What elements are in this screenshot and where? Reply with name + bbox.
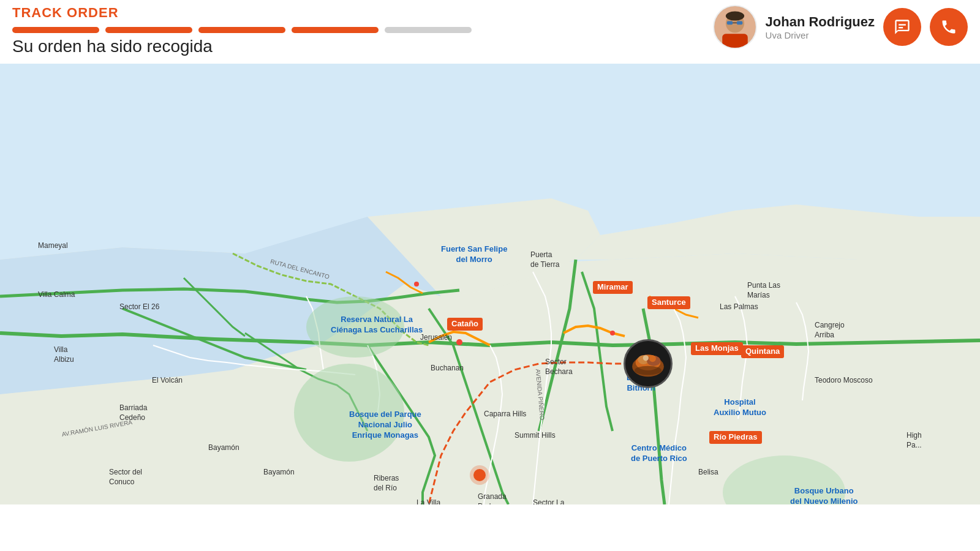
- map-label: Sector La Palmita: [533, 498, 564, 504]
- map-label: Sector El 26: [119, 302, 159, 312]
- svg-rect-8: [899, 27, 903, 28]
- svg-point-15: [414, 282, 419, 287]
- progress-step-3: [198, 27, 285, 33]
- map-label: Reserva Natural La Ciénaga Las Cucharill…: [331, 315, 423, 335]
- progress-step-1: [12, 27, 99, 33]
- map-label: Sector Bechara: [545, 358, 573, 377]
- header: Johan Rodriguez Uva Driver TRACK ORDER S…: [0, 0, 980, 56]
- driver-avatar: [713, 5, 757, 49]
- svg-point-27: [635, 366, 662, 375]
- svg-rect-1: [722, 34, 748, 48]
- svg-point-16: [610, 331, 615, 335]
- progress-step-2: [105, 27, 192, 33]
- map-label: Summit Hills: [514, 431, 556, 441]
- map-label: Cangrejo Arriba: [815, 321, 845, 340]
- map-label: Villa Albizu: [54, 345, 74, 364]
- map-label: Santurce: [647, 296, 690, 309]
- driver-info: Johan Rodriguez Uva Driver: [766, 14, 875, 40]
- map-label: Caparra Hills: [484, 410, 526, 419]
- map-background: MameyalVilla CalmaSector El 26Villa Albi…: [0, 64, 980, 504]
- svg-rect-5: [736, 21, 742, 25]
- progress-step-5: [385, 27, 472, 33]
- destination-marker: [473, 469, 486, 481]
- map-label: Río Piedras: [709, 431, 762, 444]
- map-label: La Villa Garden: [417, 498, 441, 504]
- svg-rect-4: [726, 21, 732, 25]
- map-label: Puerta de Tierra: [530, 250, 559, 269]
- progress-step-4: [292, 27, 379, 33]
- driver-role: Uva Driver: [766, 30, 875, 40]
- progress-bar: [12, 27, 472, 33]
- map-label: Buchanan: [431, 364, 464, 373]
- map-label: Sector del Conuco: [109, 468, 142, 487]
- call-button[interactable]: [930, 8, 968, 46]
- map-label: Granada Park: [478, 492, 507, 504]
- map-label: Bosque Urbano del Nuevo Milenio: [790, 486, 858, 504]
- map-label: Bayamón: [208, 443, 239, 453]
- map-label: Bosque del Parque Nacional Julio Enrique…: [349, 410, 421, 441]
- svg-rect-7: [899, 24, 906, 25]
- map-label: Belisa: [698, 468, 718, 478]
- map-label: El Volcán: [152, 376, 183, 386]
- map-label: Las Monjas: [691, 342, 743, 355]
- svg-point-14: [456, 339, 462, 345]
- map-label: Centro Médico de Puerto Rico: [631, 443, 687, 464]
- map-label: Quintana: [741, 345, 784, 358]
- map-container[interactable]: MameyalVilla CalmaSector El 26Villa Albi…: [0, 64, 980, 504]
- map-label: Cataño: [447, 318, 483, 331]
- map-label: Villa Calma: [38, 290, 75, 300]
- map-label: Bayamón: [263, 468, 295, 478]
- map-label: Punta Las Marías: [747, 281, 780, 300]
- svg-point-26: [649, 355, 656, 362]
- driver-name: Johan Rodriguez: [766, 14, 875, 30]
- chat-button[interactable]: [883, 8, 921, 46]
- map-label: Mameyal: [38, 241, 68, 251]
- map-label: Riberas del Río: [374, 474, 399, 493]
- map-label: Jerusalén: [420, 333, 452, 343]
- svg-point-25: [643, 355, 649, 361]
- map-label: Fuerte San Felipe del Morro: [441, 244, 507, 265]
- map-label: Las Palmas: [720, 302, 758, 312]
- map-label: Hospital Auxilio Mutuo: [714, 397, 766, 418]
- driver-panel: Johan Rodriguez Uva Driver: [713, 5, 968, 49]
- map-label: Miramar: [593, 281, 633, 294]
- map-label: High Pa...: [907, 431, 922, 450]
- driver-food-marker: [624, 339, 673, 388]
- svg-point-3: [725, 12, 744, 21]
- map-label: Teodoro Moscoso: [815, 376, 873, 386]
